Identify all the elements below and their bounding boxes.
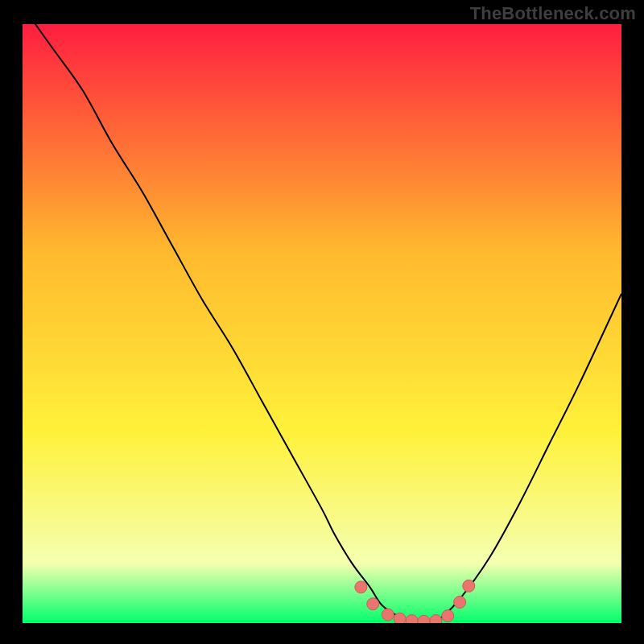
marker-dot [418, 615, 430, 627]
chart-frame: { "watermark": "TheBottleneck.com", "col… [0, 0, 644, 644]
gradient-background [23, 24, 621, 623]
marker-dot [463, 580, 475, 592]
marker-dot [430, 615, 442, 627]
marker-dot [394, 613, 406, 625]
marker-dot [382, 609, 394, 621]
marker-dot [406, 615, 418, 627]
marker-dot [454, 596, 466, 608]
bottleneck-chart [0, 0, 644, 644]
marker-dot [367, 598, 379, 610]
marker-dot [442, 610, 454, 622]
marker-dot [355, 581, 367, 593]
